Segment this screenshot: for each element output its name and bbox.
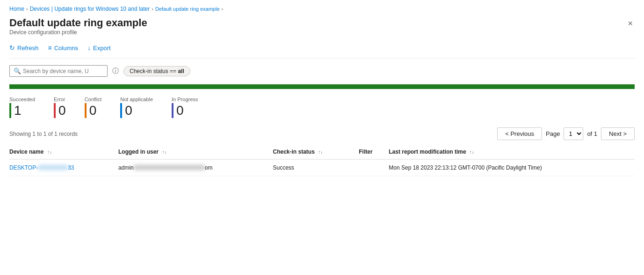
toolbar: ↻ Refresh ≡ Columns ↓ Export: [9, 44, 635, 59]
device-name-prefix: DESKTOP-: [9, 164, 38, 171]
page-select[interactable]: 1: [564, 127, 583, 140]
pagination-controls: < Previous Page 1 of 1 Next >: [497, 127, 635, 140]
device-name-blurred: XXXXXXXX: [38, 164, 68, 171]
of-text: of 1: [587, 130, 597, 137]
progress-bar: [9, 84, 635, 89]
stat-not-applicable-bar: [120, 103, 122, 118]
search-input[interactable]: [23, 68, 103, 74]
col-logged-in-user: Logged in user ↑↓: [118, 145, 273, 159]
col-last-report-label: Last report modification time: [389, 149, 466, 155]
next-button[interactable]: Next >: [601, 127, 635, 140]
export-button[interactable]: ↓ Export: [87, 44, 111, 52]
device-name-suffix: 33: [68, 164, 74, 171]
data-table: Device name ↑↓ Logged in user ↑↓ Check-i…: [9, 145, 635, 176]
stat-not-applicable-value: 0: [125, 104, 132, 117]
stat-in-progress-label: In Progress: [172, 97, 198, 102]
refresh-icon: ↻: [9, 44, 15, 52]
stat-error-label: Error: [54, 97, 66, 102]
stat-not-applicable: Not applicable 0: [120, 97, 153, 118]
col-checkin-status-label: Check-in status: [273, 149, 315, 155]
cell-device-name: DESKTOP-XXXXXXXX33: [9, 159, 118, 176]
page-title: Default update ring example: [9, 17, 147, 29]
columns-label: Columns: [54, 45, 78, 52]
col-device-name: Device name ↑↓: [9, 145, 118, 159]
search-box[interactable]: 🔍: [9, 65, 108, 77]
export-label: Export: [93, 45, 111, 52]
columns-icon: ≡: [48, 44, 52, 52]
filter-chip-label: Check-in status ==: [130, 68, 178, 74]
stat-succeeded-value: 1: [14, 104, 22, 117]
col-last-report-sort[interactable]: ↑↓: [470, 149, 474, 155]
refresh-label: Refresh: [17, 45, 39, 52]
cell-checkin-status: Success: [273, 159, 359, 176]
page-label: Page: [546, 130, 560, 137]
breadcrumb-sep1: ›: [26, 6, 28, 12]
col-checkin-status-sort[interactable]: ↑↓: [318, 149, 323, 155]
col-checkin-status: Check-in status ↑↓: [273, 145, 359, 159]
filter-row: 🔍 ⓘ Check-in status == all: [9, 65, 635, 77]
filter-chip[interactable]: Check-in status == all: [123, 66, 190, 76]
breadcrumb-sep2: ›: [152, 6, 153, 12]
stat-conflict-label: Conflict: [85, 97, 102, 102]
stat-not-applicable-label: Not applicable: [120, 97, 153, 102]
stat-error: Error 0: [54, 97, 66, 118]
stat-error-value: 0: [58, 104, 66, 117]
col-filter: Filter: [359, 145, 389, 159]
previous-button[interactable]: < Previous: [497, 127, 542, 140]
col-device-name-sort[interactable]: ↑↓: [47, 149, 52, 155]
columns-button[interactable]: ≡ Columns: [48, 44, 78, 52]
table-header-row: Device name ↑↓ Logged in user ↑↓ Check-i…: [9, 145, 635, 159]
logged-in-user-prefix: admin: [118, 164, 134, 171]
col-device-name-label: Device name: [9, 149, 43, 155]
col-filter-label: Filter: [359, 149, 372, 155]
refresh-button[interactable]: ↻ Refresh: [9, 44, 39, 52]
close-button[interactable]: ×: [626, 17, 635, 30]
stat-in-progress-value: 0: [176, 104, 184, 117]
stat-succeeded-bar: [9, 103, 11, 118]
breadcrumb-current: Default update ring example: [155, 6, 220, 12]
col-logged-in-user-label: Logged in user: [118, 149, 159, 155]
pagination-row: Showing 1 to 1 of 1 records < Previous P…: [9, 127, 635, 140]
filter-chip-value: all: [178, 68, 184, 74]
export-icon: ↓: [87, 44, 91, 52]
col-last-report: Last report modification time ↑↓: [389, 145, 635, 159]
stat-conflict: Conflict 0: [85, 97, 102, 118]
logged-in-user-suffix: om: [205, 164, 213, 171]
breadcrumb-devices[interactable]: Devices | Update rings for Windows 10 an…: [30, 6, 150, 12]
stat-succeeded: Succeeded 1: [9, 97, 35, 118]
stat-in-progress: In Progress 0: [172, 97, 198, 118]
cell-last-report: Mon Sep 18 2023 22:13:12 GMT-0700 (Pacif…: [389, 159, 635, 176]
cell-logged-in-user: adminXXXXXXXXXXXXXXXXXXXom: [118, 159, 273, 176]
search-icon: 🔍: [14, 67, 21, 74]
info-icon[interactable]: ⓘ: [112, 67, 119, 75]
cell-filter: [359, 159, 389, 176]
stats-row: Succeeded 1 Error 0 Conflict 0 Not appli…: [9, 97, 635, 118]
stat-conflict-value: 0: [89, 104, 97, 117]
col-logged-in-user-sort[interactable]: ↑↓: [162, 149, 166, 155]
logged-in-user-blurred: XXXXXXXXXXXXXXXXXXX: [134, 164, 205, 171]
breadcrumb-home[interactable]: Home: [9, 6, 24, 12]
breadcrumb-sep3: ›: [222, 6, 224, 12]
showing-text: Showing 1 to 1 of 1 records: [9, 131, 78, 137]
table-row: DESKTOP-XXXXXXXX33 adminXXXXXXXXXXXXXXXX…: [9, 159, 635, 176]
page-subtitle: Device configuration profile: [9, 29, 147, 36]
stat-error-bar: [54, 103, 56, 118]
stat-succeeded-label: Succeeded: [9, 97, 35, 102]
device-name-link[interactable]: DESKTOP-XXXXXXXX33: [9, 164, 74, 171]
breadcrumb: Home › Devices | Update rings for Window…: [9, 6, 635, 12]
stat-in-progress-bar: [172, 103, 174, 118]
stat-conflict-bar: [85, 103, 87, 118]
